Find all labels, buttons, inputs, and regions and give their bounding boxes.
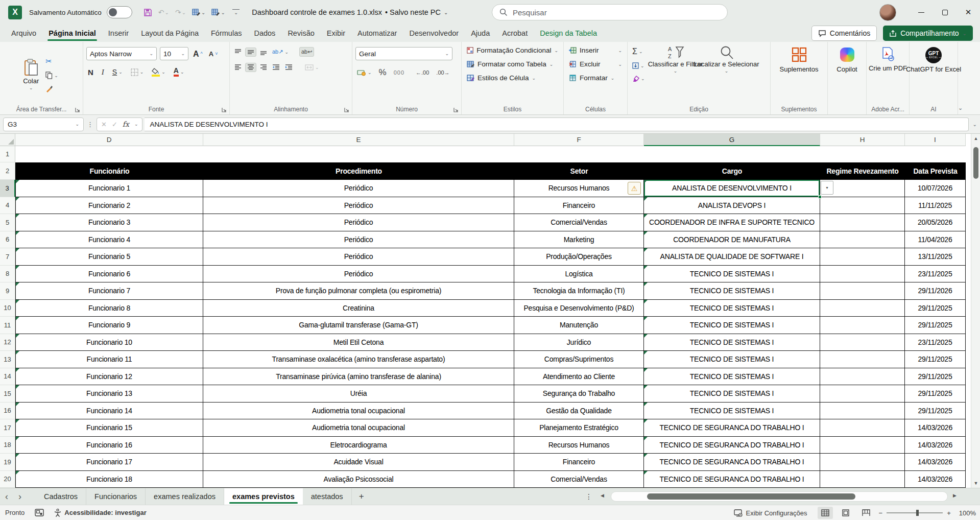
cell-H20[interactable] — [820, 471, 905, 488]
cell-E10[interactable]: Creatinina — [203, 300, 514, 317]
display-settings-button[interactable]: Exibir Configurações — [729, 505, 812, 520]
save-icon[interactable] — [141, 7, 154, 18]
minimize-button[interactable] — [910, 0, 933, 25]
vertical-scroll-thumb[interactable] — [973, 147, 978, 179]
share-button[interactable]: Compartilhamento ⌄ — [883, 26, 973, 41]
cell-I1[interactable] — [905, 146, 966, 162]
column-header-E[interactable]: E — [203, 134, 514, 146]
cell-E13[interactable]: Transaminase oxalacética (amino transfer… — [203, 351, 514, 368]
column-header-H[interactable]: H — [820, 134, 905, 146]
search-input[interactable]: Pesquisar — [492, 4, 728, 20]
scroll-up-icon[interactable]: ▲ — [971, 134, 980, 143]
fx-chevron-icon[interactable]: ⌄ — [134, 122, 138, 127]
ribbon-tab-acrobat[interactable]: Acrobat — [496, 26, 534, 40]
ribbon-tab-layout-da-p-gina[interactable]: Layout da Página — [135, 26, 205, 40]
row-header-12[interactable]: 12 — [0, 334, 15, 351]
merge-center-button[interactable]: ⌄ — [303, 63, 321, 72]
maximize-button[interactable] — [933, 0, 957, 25]
cell-F8[interactable]: Logística — [514, 266, 644, 283]
row-header-16[interactable]: 16 — [0, 403, 15, 420]
vertical-scrollbar[interactable]: ▲ ▼ — [971, 134, 980, 488]
fill-color-button[interactable]: ⌄ — [150, 67, 167, 78]
row-header-7[interactable]: 7 — [0, 248, 15, 266]
cell-E18[interactable]: Eletrocardiograma — [203, 437, 514, 454]
cell-E5[interactable]: Periódico — [203, 214, 514, 231]
cell-I10[interactable]: 29/11/2025 — [905, 300, 966, 317]
font-dialog-launcher-icon[interactable] — [222, 107, 227, 112]
grow-font-button[interactable]: A^ — [192, 50, 204, 58]
data-validation-dropdown-icon[interactable]: ▾ — [821, 181, 833, 195]
cell-F5[interactable]: Comercial/Vendas — [514, 214, 644, 231]
row-header-11[interactable]: 11 — [0, 317, 15, 334]
row-header-2[interactable]: 2 — [0, 162, 15, 180]
cell-F1[interactable] — [514, 146, 644, 162]
cell-D19[interactable]: Funcionario 17 — [15, 454, 203, 471]
row-header-5[interactable]: 5 — [0, 214, 15, 231]
cell-I19[interactable]: 14/03/2026 — [905, 454, 966, 471]
cell-G16[interactable]: TECNICO DE SISTEMAS I — [644, 403, 820, 420]
cell-G19[interactable]: TECNICO DE SEGURANCA DO TRABALHO I — [644, 454, 820, 471]
sheet-tab-cadastros[interactable]: Cadastros — [36, 488, 86, 505]
cell-G3[interactable]: ANALISTA DE DESENVOLVIMENTO I▾ — [644, 180, 820, 197]
ribbon-tab-f-rmulas[interactable]: Fórmulas — [205, 26, 248, 40]
row-header-19[interactable]: 19 — [0, 454, 15, 471]
bold-button[interactable]: N — [86, 67, 95, 78]
normal-view-icon[interactable] — [818, 507, 833, 519]
cell-D1[interactable] — [15, 146, 203, 162]
cut-icon[interactable]: ✂ — [44, 56, 54, 67]
next-sheet-icon[interactable]: › — [13, 492, 27, 501]
prev-sheet-icon[interactable]: ‹ — [0, 492, 13, 501]
cell-I7[interactable]: 13/11/2025 — [905, 248, 966, 266]
row-header-15[interactable]: 15 — [0, 385, 15, 403]
wrap-text-button[interactable]: ab↩ — [299, 47, 314, 57]
cell-I13[interactable]: 29/11/2025 — [905, 351, 966, 368]
formula-input[interactable]: ANALISTA DE DESENVOLVIMENTO I — [145, 117, 968, 131]
redo-icon[interactable]: ↷⌄ — [173, 7, 188, 18]
table-header-I2[interactable]: Data Prevista — [905, 162, 966, 180]
cell-E9[interactable]: Prova de função pulmonar completa (ou es… — [203, 282, 514, 300]
title-chevron-icon[interactable]: ⌄ — [444, 10, 448, 15]
cell-D18[interactable]: Funcionario 16 — [15, 437, 203, 454]
cell-E15[interactable]: Uréia — [203, 385, 514, 403]
table-header-D2[interactable]: Funcionário — [15, 162, 203, 180]
row-header-17[interactable]: 17 — [0, 419, 15, 437]
underline-button[interactable]: S⌄ — [111, 67, 124, 77]
delete-cells-button[interactable]: Excluir⌄ — [567, 59, 624, 69]
cell-F7[interactable]: Produção/Operações — [514, 248, 644, 266]
horizontal-scroll-thumb[interactable] — [647, 493, 855, 500]
clear-button[interactable]: ⌄ — [631, 74, 647, 83]
cell-E6[interactable]: Periódico — [203, 231, 514, 249]
ribbon-tab-inserir[interactable]: Inserir — [102, 26, 135, 40]
alignment-dialog-launcher-icon[interactable] — [344, 107, 349, 112]
decrease-indent-icon[interactable] — [271, 63, 281, 72]
cell-H5[interactable] — [820, 214, 905, 231]
cell-I12[interactable]: 23/11/2025 — [905, 334, 966, 351]
row-header-8[interactable]: 8 — [0, 266, 15, 283]
cell-D9[interactable]: Funcionario 7 — [15, 282, 203, 300]
expand-formulabar-icon[interactable]: ⌄ — [973, 122, 977, 127]
cell-D14[interactable]: Funcionario 12 — [15, 368, 203, 386]
cell-D5[interactable]: Funcionario 3 — [15, 214, 203, 231]
table-header-E2[interactable]: Procedimento — [203, 162, 514, 180]
cell-G10[interactable]: TECNICO DE SISTEMAS I — [644, 300, 820, 317]
align-bottom-icon[interactable] — [258, 48, 269, 56]
row-header-1[interactable]: 1 — [0, 146, 15, 162]
copilot-button[interactable]: Copilot — [831, 48, 863, 74]
cell-G15[interactable]: TECNICO DE SISTEMAS I — [644, 385, 820, 403]
cell-D20[interactable]: Funcionario 18 — [15, 471, 203, 488]
cell-F20[interactable]: Comercial/Vendas — [514, 471, 644, 488]
cell-D10[interactable]: Funcionario 8 — [15, 300, 203, 317]
document-title[interactable]: Dashboard controle de exames 1.0.xlsx • … — [252, 8, 448, 16]
cell-F6[interactable]: Marketing — [514, 231, 644, 249]
cell-D15[interactable]: Funcionario 13 — [15, 385, 203, 403]
add-sheet-button[interactable]: + — [352, 491, 371, 502]
row-header-18[interactable]: 18 — [0, 437, 15, 454]
cell-H18[interactable] — [820, 437, 905, 454]
cell-E11[interactable]: Gama-glutamil transferase (Gama-GT) — [203, 317, 514, 334]
cell-G4[interactable]: ANALISTA DEVOPS I — [644, 197, 820, 215]
zoom-slider-thumb[interactable] — [916, 510, 919, 516]
sheet-tab-atestados[interactable]: atestados — [303, 488, 352, 505]
column-header-F[interactable]: F — [514, 134, 644, 146]
excel-logo-icon[interactable]: X — [8, 6, 22, 19]
cell-I11[interactable]: 29/11/2025 — [905, 317, 966, 334]
